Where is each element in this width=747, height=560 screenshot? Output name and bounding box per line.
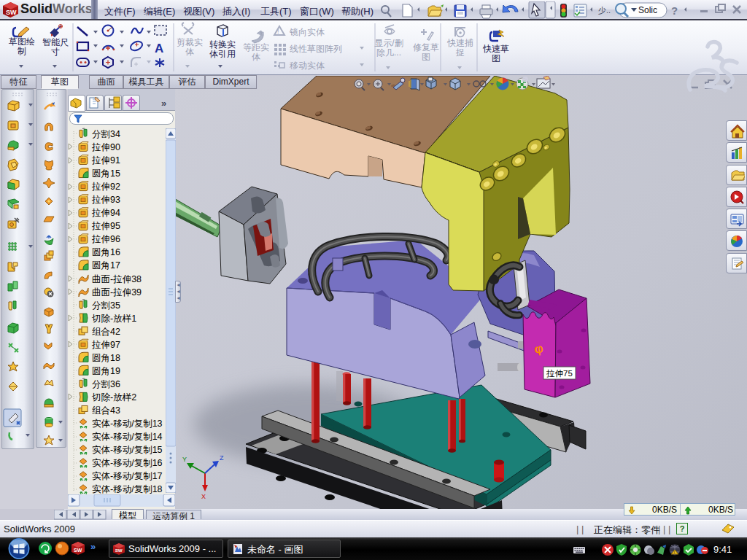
svg-text:分割35: 分割35 [92,300,120,311]
svg-text:Solic: Solic [638,5,657,15]
svg-text:A: A [155,42,163,55]
svg-text:拉伸91: 拉伸91 [91,155,120,166]
svg-text:分割34: 分割34 [92,129,120,139]
svg-text:Y: Y [182,456,187,463]
svg-text:圆角15: 圆角15 [92,168,120,179]
svg-text:实体-移动/复制18: 实体-移动/复制18 [92,484,163,494]
svg-text:SW: SW [115,548,123,553]
svg-text:实体-移动/复制14: 实体-移动/复制14 [92,432,163,442]
svg-text:拉伸92: 拉伸92 [91,182,120,192]
svg-text:切除-放样1: 切除-放样1 [91,314,136,324]
svg-text:Z: Z [220,454,224,462]
svg-text:实体-移动/复制13: 实体-移动/复制13 [92,419,163,429]
svg-text:拉伸90: 拉伸90 [91,142,120,152]
svg-text:SW: SW [74,548,82,553]
svg-text:组合42: 组合42 [92,327,120,337]
svg-text:!: ! [277,28,279,35]
svg-text:实体-移动/复制17: 实体-移动/复制17 [92,471,163,481]
svg-text:!: ! [674,551,675,555]
svg-text:拉伸97: 拉伸97 [91,340,120,350]
svg-text:少..: 少.. [598,6,611,15]
svg-text:9:41: 9:41 [713,544,732,555]
svg-text:圆角16: 圆角16 [92,247,120,257]
svg-text:圆角17: 圆角17 [92,260,120,271]
svg-text:实体-移动/复制16: 实体-移动/复制16 [92,458,163,468]
svg-text:圆角18: 圆角18 [92,353,120,363]
svg-text:切除-放样2: 切除-放样2 [91,392,136,402]
svg-text:曲面-拉伸39: 曲面-拉伸39 [92,287,142,298]
svg-text:X: X [201,493,206,500]
svg-text:?: ? [671,4,678,17]
svg-text:拉伸94: 拉伸94 [91,208,120,218]
svg-text:组合43: 组合43 [92,405,120,416]
svg-text:实体-移动/复制15: 实体-移动/复制15 [92,445,163,455]
svg-text:拉伸96: 拉伸96 [91,234,120,244]
svg-text:拉伸75: 拉伸75 [546,369,573,378]
svg-text:拉伸93: 拉伸93 [91,195,120,205]
svg-text:»: » [90,541,96,552]
svg-text:圆角19: 圆角19 [92,366,120,376]
svg-text:分割36: 分割36 [92,379,120,389]
svg-text:SW: SW [6,9,17,16]
svg-text:曲面-拉伸38: 曲面-拉伸38 [92,274,142,284]
svg-text:拉伸95: 拉伸95 [91,221,120,231]
